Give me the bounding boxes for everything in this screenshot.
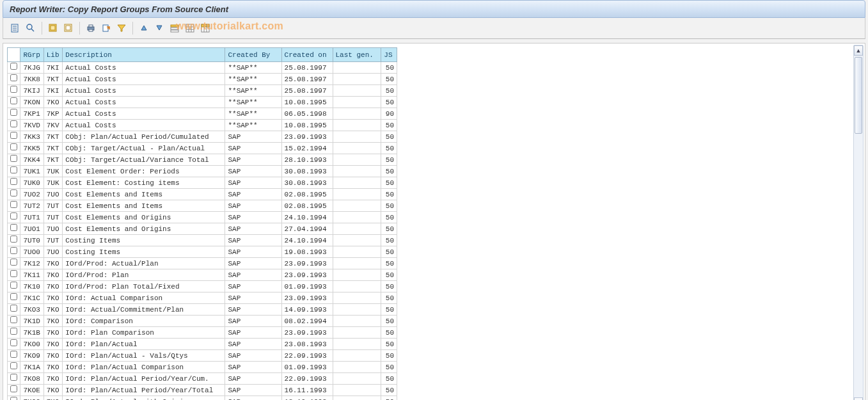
row-checkbox[interactable] xyxy=(10,189,17,196)
table-row[interactable]: 7KVD7KVActual Costs**SAP**10.08.199550 xyxy=(8,120,397,131)
row-select-cell[interactable] xyxy=(8,62,20,74)
scroll-up-button[interactable]: ▲ xyxy=(854,45,863,56)
table-row[interactable]: 7K1B7KOIOrd: Plan ComparisonSAP23.09.199… xyxy=(8,327,397,339)
vertical-scrollbar[interactable]: ▲ ▼ xyxy=(853,45,864,400)
table-row[interactable]: 7UT27UTCost Elements and ItemsSAP02.08.1… xyxy=(8,200,397,212)
row-checkbox[interactable] xyxy=(10,120,17,127)
row-checkbox[interactable] xyxy=(10,132,17,139)
row-checkbox[interactable] xyxy=(10,328,17,335)
table-row[interactable]: 7KO37KOIOrd: Actual/Commitment/PlanSAP14… xyxy=(8,304,397,316)
table-row[interactable]: 7KOC7KOIOrd: Plan/Actual with OriginsSAP… xyxy=(8,396,397,401)
row-select-cell[interactable] xyxy=(8,143,20,154)
table-row[interactable]: 7KO07KOIOrd: Plan/ActualSAP23.08.199350 xyxy=(8,339,397,350)
row-checkbox[interactable] xyxy=(10,155,17,162)
row-select-cell[interactable] xyxy=(8,166,20,177)
table-row[interactable]: 7KK87KTActual Costs**SAP**25.08.199750 xyxy=(8,74,397,85)
row-checkbox[interactable] xyxy=(10,212,17,220)
table-row[interactable]: 7K1A7KOIOrd: Plan/Actual ComparisonSAP01… xyxy=(8,362,397,373)
row-select-cell[interactable] xyxy=(8,258,20,269)
subtotal-icon[interactable] xyxy=(198,22,212,35)
row-checkbox[interactable] xyxy=(10,282,17,289)
row-checkbox[interactable] xyxy=(10,362,17,369)
table-row[interactable]: 7KOE7KOIOrd: Plan/Actual Period/Year/Tot… xyxy=(8,385,397,396)
row-select-cell[interactable] xyxy=(8,212,20,223)
table-row[interactable]: 7K1D7KOIOrd: ComparisonSAP08.02.199450 xyxy=(8,316,397,327)
table-row[interactable]: 7UK07UKCost Element: Costing itemsSAP30.… xyxy=(8,177,397,189)
row-select-cell[interactable] xyxy=(8,108,20,120)
row-select-cell[interactable] xyxy=(8,189,20,200)
table-row[interactable]: 7K1C7KOIOrd: Actual ComparisonSAP23.09.1… xyxy=(8,292,397,304)
filter-icon[interactable] xyxy=(114,22,129,35)
table-row[interactable]: 7UK17UKCost Element Order: PeriodsSAP30.… xyxy=(8,166,397,177)
row-select-cell[interactable] xyxy=(8,246,20,258)
row-select-cell[interactable] xyxy=(8,304,20,316)
row-checkbox[interactable] xyxy=(10,316,17,323)
details-icon[interactable] xyxy=(8,22,22,35)
sort-desc-icon[interactable] xyxy=(152,22,166,35)
scroll-down-button[interactable]: ▼ xyxy=(854,397,863,400)
row-select-cell[interactable] xyxy=(8,235,20,246)
row-select-cell[interactable] xyxy=(8,396,20,401)
table-row[interactable]: 7UT07UTCosting ItemsSAP24.10.199450 xyxy=(8,235,397,246)
row-select-cell[interactable] xyxy=(8,120,20,131)
row-checkbox[interactable] xyxy=(10,385,17,392)
table-row[interactable]: 7K117KOIOrd/Prod: PlanSAP23.09.199350 xyxy=(8,269,397,281)
col-select[interactable] xyxy=(8,48,20,62)
row-checkbox[interactable] xyxy=(10,351,17,358)
row-select-cell[interactable] xyxy=(8,97,20,108)
col-description[interactable]: Description xyxy=(63,48,225,62)
row-select-cell[interactable] xyxy=(8,223,20,235)
sort-asc-icon[interactable] xyxy=(137,22,151,35)
row-checkbox[interactable] xyxy=(10,339,17,346)
row-checkbox[interactable] xyxy=(10,166,17,173)
table-row[interactable]: 7K107KOIOrd/Prod: Plan Total/FixedSAP01.… xyxy=(8,281,397,292)
table-row[interactable]: 7UO27UOCost Elements and ItemsSAP02.08.1… xyxy=(8,189,397,200)
row-select-cell[interactable] xyxy=(8,200,20,212)
row-select-cell[interactable] xyxy=(8,281,20,292)
row-select-cell[interactable] xyxy=(8,85,20,97)
row-select-cell[interactable] xyxy=(8,350,20,362)
row-checkbox[interactable] xyxy=(10,247,17,254)
row-checkbox[interactable] xyxy=(10,74,17,81)
row-checkbox[interactable] xyxy=(10,109,17,116)
col-rgrp[interactable]: RGrp xyxy=(20,48,43,62)
row-checkbox[interactable] xyxy=(10,270,17,277)
row-select-cell[interactable] xyxy=(8,292,20,304)
row-select-cell[interactable] xyxy=(8,316,20,327)
select-all-icon[interactable] xyxy=(46,22,60,35)
layout-icon[interactable] xyxy=(168,22,182,35)
col-created-on[interactable]: Created on xyxy=(281,48,333,62)
find-icon[interactable] xyxy=(24,22,38,35)
row-checkbox[interactable] xyxy=(10,397,17,400)
table-row[interactable]: 7KJG7KIActual Costs**SAP**25.08.199750 xyxy=(8,62,397,74)
row-select-cell[interactable] xyxy=(8,74,20,85)
table-row[interactable]: 7KP17KPActual Costs**SAP**06.05.199890 xyxy=(8,108,397,120)
row-select-cell[interactable] xyxy=(8,154,20,166)
row-checkbox[interactable] xyxy=(10,259,17,266)
row-select-cell[interactable] xyxy=(8,269,20,281)
sum-icon[interactable] xyxy=(183,22,197,35)
table-row[interactable]: 7KIJ7KIActual Costs**SAP**25.08.199750 xyxy=(8,85,397,97)
row-checkbox[interactable] xyxy=(10,224,17,231)
table-row[interactable]: 7KON7KOActual Costs**SAP**10.08.199550 xyxy=(8,97,397,108)
table-row[interactable]: 7UT17UTCost Elements and OriginsSAP24.10… xyxy=(8,212,397,223)
row-checkbox[interactable] xyxy=(10,143,17,150)
table-row[interactable]: 7K127KOIOrd/Prod: Actual/PlanSAP23.09.19… xyxy=(8,258,397,269)
col-lib[interactable]: Lib xyxy=(43,48,63,62)
table-row[interactable]: 7UO17UOCost Elements and OriginsSAP27.04… xyxy=(8,223,397,235)
table-row[interactable]: 7KK57KTCObj: Target/Actual - Plan/Actual… xyxy=(8,143,397,154)
row-select-cell[interactable] xyxy=(8,373,20,385)
row-select-cell[interactable] xyxy=(8,177,20,189)
row-select-cell[interactable] xyxy=(8,362,20,373)
col-created-by[interactable]: Created By xyxy=(225,48,281,62)
table-row[interactable]: 7KO97KOIOrd: Plan/Actual - Vals/QtysSAP2… xyxy=(8,350,397,362)
row-checkbox[interactable] xyxy=(10,201,17,208)
row-select-cell[interactable] xyxy=(8,385,20,396)
col-js[interactable]: JS xyxy=(381,48,397,62)
row-checkbox[interactable] xyxy=(10,178,17,185)
scroll-thumb[interactable] xyxy=(855,57,862,134)
table-row[interactable]: 7UO07UOCosting ItemsSAP19.08.199350 xyxy=(8,246,397,258)
row-checkbox[interactable] xyxy=(10,236,17,243)
row-checkbox[interactable] xyxy=(10,293,17,300)
row-select-cell[interactable] xyxy=(8,131,20,143)
